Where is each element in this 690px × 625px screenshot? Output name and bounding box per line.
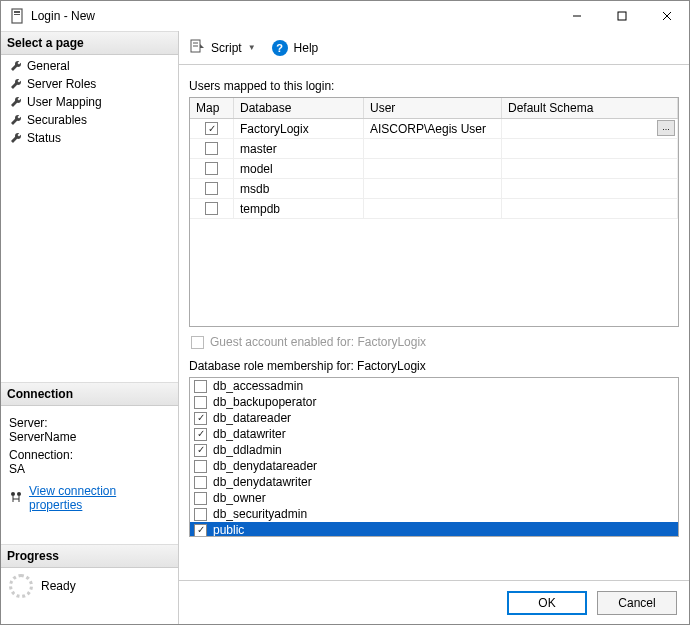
user-cell[interactable]: [364, 199, 502, 218]
script-button[interactable]: Script: [211, 41, 242, 55]
svg-rect-4: [618, 12, 626, 20]
title-bar: Login - New: [1, 1, 689, 31]
map-checkbox[interactable]: [205, 122, 218, 135]
schema-cell[interactable]: [502, 139, 678, 158]
user-cell[interactable]: [364, 159, 502, 178]
map-checkbox[interactable]: [205, 142, 218, 155]
role-checkbox[interactable]: [194, 444, 207, 457]
progress-panel: Ready: [1, 568, 178, 604]
view-connection-properties-link[interactable]: View connection properties: [9, 484, 170, 512]
role-item-db_backupoperator[interactable]: db_backupoperator: [190, 394, 678, 410]
schema-cell[interactable]: [502, 199, 678, 218]
role-checkbox[interactable]: [194, 460, 207, 473]
wrench-icon: [9, 95, 23, 109]
sidebar-item-label: Status: [27, 131, 61, 145]
role-item-db_securityadmin[interactable]: db_securityadmin: [190, 506, 678, 522]
progress-header: Progress: [1, 544, 178, 568]
connection-panel: Server: ServerName Connection: SA View c…: [1, 406, 178, 518]
role-checkbox[interactable]: [194, 428, 207, 441]
schema-cell[interactable]: [502, 179, 678, 198]
role-checkbox[interactable]: [194, 476, 207, 489]
col-database[interactable]: Database: [234, 98, 364, 118]
role-checkbox[interactable]: [194, 492, 207, 505]
grid-header: Map Database User Default Schema: [190, 98, 678, 119]
table-row[interactable]: model: [190, 159, 678, 179]
guest-account-label: Guest account enabled for: FactoryLogix: [210, 335, 426, 349]
script-dropdown-icon[interactable]: ▼: [248, 43, 256, 52]
help-icon: ?: [272, 40, 288, 56]
sidebar-item-label: User Mapping: [27, 95, 102, 109]
server-label: Server:: [9, 416, 170, 430]
close-button[interactable]: [644, 1, 689, 31]
database-cell[interactable]: msdb: [234, 179, 364, 198]
roles-listbox[interactable]: db_accessadmindb_backupoperatordb_datare…: [189, 377, 679, 537]
role-item-public[interactable]: public: [190, 522, 678, 537]
dialog-footer: OK Cancel: [179, 580, 689, 624]
roles-label: Database role membership for: FactoryLog…: [189, 359, 679, 373]
role-checkbox[interactable]: [194, 508, 207, 521]
help-button[interactable]: Help: [294, 41, 319, 55]
map-checkbox[interactable]: [205, 182, 218, 195]
table-row[interactable]: master: [190, 139, 678, 159]
database-cell[interactable]: model: [234, 159, 364, 178]
map-checkbox[interactable]: [205, 162, 218, 175]
database-cell[interactable]: tempdb: [234, 199, 364, 218]
role-label: db_denydatareader: [213, 459, 317, 473]
users-mapped-label: Users mapped to this login:: [189, 79, 679, 93]
sidebar-item-user-mapping[interactable]: User Mapping: [1, 93, 178, 111]
connection-value: SA: [9, 462, 170, 476]
minimize-button[interactable]: [554, 1, 599, 31]
wrench-icon: [9, 113, 23, 127]
users-mapped-grid[interactable]: Map Database User Default Schema Factory…: [189, 97, 679, 327]
role-label: db_ddladmin: [213, 443, 282, 457]
role-item-db_ddladmin[interactable]: db_ddladmin: [190, 442, 678, 458]
role-checkbox[interactable]: [194, 380, 207, 393]
sidebar-item-label: Server Roles: [27, 77, 96, 91]
col-user[interactable]: User: [364, 98, 502, 118]
role-item-db_denydatareader[interactable]: db_denydatareader: [190, 458, 678, 474]
table-row[interactable]: msdb: [190, 179, 678, 199]
connection-label: Connection:: [9, 448, 170, 462]
connection-header: Connection: [1, 382, 178, 406]
svg-point-8: [17, 492, 21, 496]
sidebar-item-server-roles[interactable]: Server Roles: [1, 75, 178, 93]
schema-browse-button[interactable]: ...: [657, 120, 675, 136]
database-cell[interactable]: master: [234, 139, 364, 158]
role-checkbox[interactable]: [194, 396, 207, 409]
map-checkbox[interactable]: [205, 202, 218, 215]
user-cell[interactable]: [364, 139, 502, 158]
role-item-db_datareader[interactable]: db_datareader: [190, 410, 678, 426]
sidebar-item-status[interactable]: Status: [1, 129, 178, 147]
script-icon: [189, 38, 205, 57]
role-checkbox[interactable]: [194, 524, 207, 537]
sidebar-item-general[interactable]: General: [1, 57, 178, 75]
role-label: db_securityadmin: [213, 507, 307, 521]
table-row[interactable]: tempdb: [190, 199, 678, 219]
ok-button-label: OK: [538, 596, 555, 610]
ok-button[interactable]: OK: [507, 591, 587, 615]
cancel-button[interactable]: Cancel: [597, 591, 677, 615]
role-item-db_datawriter[interactable]: db_datawriter: [190, 426, 678, 442]
col-schema[interactable]: Default Schema: [502, 98, 678, 118]
left-panel: Select a page GeneralServer RolesUser Ma…: [1, 31, 179, 624]
role-checkbox[interactable]: [194, 412, 207, 425]
schema-cell[interactable]: [502, 159, 678, 178]
database-cell[interactable]: FactoryLogix: [234, 119, 364, 138]
user-cell[interactable]: [364, 179, 502, 198]
schema-cell[interactable]: ...: [502, 119, 678, 138]
role-label: db_datareader: [213, 411, 291, 425]
role-label: db_backupoperator: [213, 395, 316, 409]
toolbar: Script ▼ ? Help: [179, 31, 689, 65]
table-row[interactable]: FactoryLogixAISCORP\Aegis User...: [190, 119, 678, 139]
sidebar-item-securables[interactable]: Securables: [1, 111, 178, 129]
user-cell[interactable]: AISCORP\Aegis User: [364, 119, 502, 138]
server-value: ServerName: [9, 430, 170, 444]
role-label: db_datawriter: [213, 427, 286, 441]
role-item-db_accessadmin[interactable]: db_accessadmin: [190, 378, 678, 394]
wrench-icon: [9, 59, 23, 73]
col-map[interactable]: Map: [190, 98, 234, 118]
role-label: public: [213, 523, 244, 537]
maximize-button[interactable]: [599, 1, 644, 31]
role-item-db_owner[interactable]: db_owner: [190, 490, 678, 506]
role-item-db_denydatawriter[interactable]: db_denydatawriter: [190, 474, 678, 490]
